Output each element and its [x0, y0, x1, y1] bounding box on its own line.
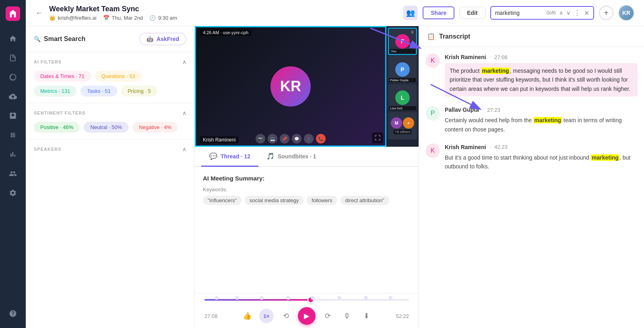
player-center-controls: 👍 1× ⟲ ▶ ⟳ 🎙 ⬇ — [240, 307, 374, 325]
transcript-time-3: 42:23 — [494, 144, 508, 150]
meeting-participants-icon[interactable]: 👥 — [403, 6, 418, 20]
ai-filters-toggle[interactable]: ∧ — [182, 59, 186, 65]
search-prev-button[interactable]: ∧ — [559, 10, 563, 16]
filter-neutral[interactable]: Neutral · 50% — [84, 122, 128, 133]
participant-avatar-lisa: L — [395, 90, 410, 105]
share-button[interactable]: Share — [423, 6, 454, 19]
download-button[interactable]: ⬇ — [359, 309, 374, 323]
video-expand-button[interactable]: ⛶ — [372, 132, 383, 144]
keyword-followers[interactable]: followers — [307, 196, 337, 205]
transcript-header-2: Pallav Gupta · 27:23 — [445, 106, 638, 113]
keyword-chips: "influencers" social media strategy foll… — [203, 196, 411, 205]
player-bar: 27:08 👍 1× ⟲ ▶ ⟳ 🎙 ⬇ 52:22 — [195, 293, 419, 328]
speakers-title: SPEAKERS — [34, 147, 62, 152]
video-background: KR — [195, 26, 386, 147]
filter-dates-times[interactable]: Dates & Times · 71 — [34, 71, 91, 82]
sidebar-item-notes[interactable] — [5, 50, 21, 66]
user-avatar[interactable]: KR — [618, 5, 634, 21]
main-video: KR Krish Ramineni 4:26 AM · use-yynr-cph… — [195, 26, 386, 147]
keyword-direct-attribution[interactable]: direct attribution" — [341, 196, 389, 205]
add-button[interactable]: + — [599, 6, 613, 20]
timeline-track — [204, 299, 409, 301]
keyword-influencers[interactable]: "influencers" — [203, 196, 242, 205]
search-icon: 🔍 — [34, 36, 41, 42]
keywords-label: Keywords: — [203, 187, 411, 193]
sidebar-item-analytics[interactable] — [5, 146, 21, 162]
back-button[interactable]: ← — [35, 9, 43, 17]
filter-pricing[interactable]: Pricing · 5 — [121, 86, 157, 96]
presenter-avatar: KR — [270, 66, 311, 107]
sentiment-filters-toggle[interactable]: ∧ — [182, 110, 186, 116]
sidebar-item-help[interactable] — [5, 305, 21, 322]
sidebar-item-hashtag[interactable] — [5, 127, 21, 143]
participants-strip: F You 🎙 P Pallav Gupta L Lisa Dell — [386, 26, 419, 147]
center-panel: KR Krish Ramineni 4:26 AM · use-yynr-cph… — [195, 26, 419, 328]
smart-search-header: 🔍 Smart Search 🤖 AskFred — [26, 26, 194, 52]
filter-positive[interactable]: Positive · 46% — [34, 122, 80, 133]
search-input[interactable] — [495, 10, 543, 16]
sidebar-item-activity[interactable] — [5, 69, 21, 85]
transcript-title: Transcript — [439, 33, 470, 40]
crown-icon: 👑 — [49, 15, 56, 21]
highlight-marketing-3: marketing — [591, 154, 619, 161]
participant-others: M + +6 others — [388, 112, 417, 139]
askfred-button[interactable]: 🤖 AskFred — [139, 33, 186, 45]
timeline-marker-7 — [364, 296, 368, 300]
sidebar-item-integrations[interactable] — [5, 108, 21, 124]
smart-search-label: 🔍 Smart Search — [34, 35, 85, 43]
transcript-body: K Krish Ramineni · 27:08 The product mar… — [419, 47, 644, 328]
search-options-button[interactable]: ⋮ — [574, 8, 581, 17]
player-time-current: 27:08 — [204, 313, 218, 319]
vc-end-call[interactable]: 📞 — [316, 134, 326, 144]
header-title-area: Weekly Market Team Sync 👑 krish@fireflie… — [49, 5, 397, 21]
participant-pallav: P Pallav Gupta — [388, 56, 417, 83]
sentiment-filters-header: SENTIMENT FILTERS ∧ — [34, 110, 186, 116]
participant-avatar-m: M — [391, 117, 402, 129]
sidebar-item-contacts[interactable] — [5, 166, 21, 182]
vc-btn-2: 💻 — [268, 134, 277, 144]
sentiment-pills: Positive · 46% Neutral · 50% Negative · … — [34, 122, 186, 133]
thumbs-up-button[interactable]: 👍 — [240, 309, 254, 323]
player-controls: 27:08 👍 1× ⟲ ▶ ⟳ 🎙 ⬇ 52:22 — [204, 307, 409, 325]
filter-questions[interactable]: Questions · 53 — [95, 71, 142, 82]
mic-off-icon-you: 🎙 — [411, 30, 415, 35]
meeting-title: Weekly Market Team Sync — [49, 5, 397, 13]
timeline-marker-6 — [337, 296, 341, 300]
keyword-social-media[interactable]: social media strategy — [245, 196, 303, 205]
header: ← Weekly Market Team Sync 👑 krish@firefl… — [26, 0, 644, 26]
sidebar-item-upload[interactable] — [5, 88, 21, 105]
transcript-header: 📋 Transcript — [419, 26, 644, 47]
filter-negative[interactable]: Negative · 4% — [132, 122, 178, 133]
forward-button[interactable]: ⟳ — [320, 309, 335, 323]
video-presenter-label: Krish Ramineni — [200, 136, 239, 144]
app-logo[interactable] — [6, 6, 20, 21]
tab-thread[interactable]: 💬 Thread · 12 — [201, 147, 258, 167]
askfred-icon: 🤖 — [147, 36, 153, 42]
waveform-button[interactable]: 🎙 — [340, 309, 354, 323]
transcript-text-1: The product marketing, messaging needs t… — [445, 63, 638, 96]
user-email: krish@fireflies.ai — [58, 15, 97, 21]
left-panel: 🔍 Smart Search 🤖 AskFred AI FILTERS ∧ Da… — [26, 26, 195, 328]
meeting-time: 9:30 am — [158, 15, 177, 21]
play-pause-button[interactable]: ▶ — [298, 307, 316, 325]
tab-soundbites[interactable]: 🎵 Soundbites · 1 — [258, 147, 324, 167]
timeline-track-area[interactable] — [204, 297, 409, 303]
right-panel: 📋 Transcript K Krish Ramineni · 27:08 Th… — [419, 26, 644, 328]
transcript-text-3: But it's a good time to start thinking a… — [445, 153, 638, 171]
ai-filters-title: AI FILTERS — [34, 59, 62, 64]
participant-avatar-you: F — [395, 34, 410, 49]
askfred-label: AskFred — [157, 36, 179, 42]
filter-tasks[interactable]: Tasks · 51 — [80, 86, 117, 96]
edit-button[interactable]: Edit — [459, 7, 485, 19]
rewind-button[interactable]: ⟲ — [279, 309, 293, 323]
speakers-toggle[interactable]: ∧ — [182, 146, 186, 152]
participant-label-lisa: Lisa Dell — [389, 106, 416, 111]
sidebar-item-home[interactable] — [5, 31, 21, 47]
transcript-icon: 📋 — [427, 33, 435, 40]
search-close-button[interactable]: ✕ — [584, 9, 589, 17]
playback-speed-button[interactable]: 1× — [259, 309, 274, 323]
player-time-total: 52:22 — [396, 313, 409, 319]
filter-metrics[interactable]: Metrics · 131 — [34, 86, 76, 96]
search-next-button[interactable]: ∨ — [566, 10, 570, 16]
sidebar-item-settings[interactable] — [5, 185, 21, 201]
